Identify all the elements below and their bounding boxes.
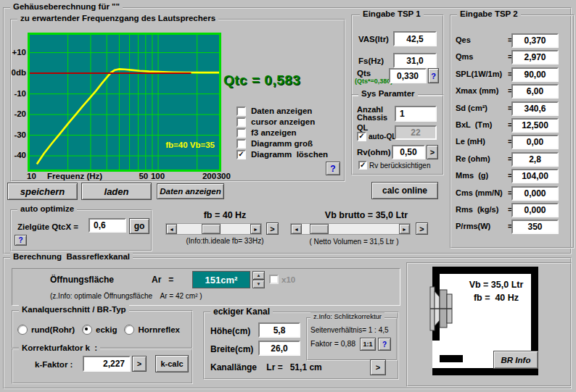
radio-button[interactable] [17,325,28,335]
checkbox[interactable] [236,139,246,149]
auto-ql-checkbox[interactable]: ✓ [357,132,366,141]
kanallaenge-step-button[interactable]: > [370,359,386,375]
chart-option-row[interactable]: Diagramm groß [236,139,328,148]
br-type-option[interactable]: rund(Rohr) [17,325,75,335]
chart-option-row[interactable]: f3 anzeigen [236,128,328,137]
br-type-option[interactable]: Hornreflex [124,325,180,335]
target-qtc-input[interactable]: 0,6 [89,218,126,233]
tsp2-row-label: Xmax (mm) [456,86,498,95]
spinner-up-icon[interactable]: ▲ [252,271,265,280]
tsp2-row: BxL (Tm) = 12,500 [453,118,559,135]
fb-scroll-right-arrow-icon[interactable]: ► [250,224,261,234]
vb-scrollbar[interactable]: ◄ ► [290,223,411,235]
rv-step-button[interactable]: > [427,145,438,159]
save-button[interactable]: speichern [7,183,78,200]
fb-scroll-left-arrow-icon[interactable]: ◄ [166,224,177,234]
tsp2-value-field[interactable]: 350 [511,220,559,234]
korrekturfaktor-title: Korrekturfaktor k : [19,343,100,352]
vb-step-button[interactable]: > [416,222,428,235]
show-data-button[interactable]: Daten anzeigen [157,183,224,199]
tsp2-row: Re (ohm) = 2,8 [453,152,559,169]
tsp2-row-label: Cms (mm/N) [456,188,503,197]
tsp2-value-field[interactable]: 340,6 [511,101,559,116]
hoehe-input[interactable]: 5,8 [258,322,300,338]
anzahl-label-line2: Chassis [357,114,387,122]
k-calc-button[interactable]: k-calc [155,355,189,372]
tsp2-row: SPL(1W/1m) = 90,00 [453,67,559,84]
go-button[interactable]: go [129,218,149,234]
checkbox[interactable] [236,107,246,116]
tsp2-value-field[interactable]: 12,500 [511,118,559,133]
radio-label: Hornreflex [138,325,180,334]
bassreflex-title: Berechnung Bassreflexkanal [10,252,133,261]
fb-scroll-thumb[interactable] [202,224,221,234]
anzahl-chassis-input[interactable]: 1 [395,106,437,122]
tsp2-value-field[interactable]: 0,00 [511,135,559,149]
tsp2-value-field[interactable]: 90,00 [511,67,559,82]
tsp2-row-label: Sd (cm²) [456,104,487,112]
tsp2-value-field[interactable]: 6,00 [511,84,559,99]
tsp2-value-field[interactable]: 0,370 [511,33,559,48]
one-to-one-button[interactable]: 1:1 [360,338,376,351]
radio-button[interactable] [124,325,134,335]
calc-online-button[interactable]: calc online [371,182,438,199]
ql-label: QL [357,123,368,132]
tsp2-value-field[interactable]: 104,00 [511,169,559,183]
kanal-groupbox: eckiger Kanal Höhe(cm) 5,8 Breite(cm) 26… [203,312,399,380]
checkbox[interactable] [236,128,246,138]
chart-help-button[interactable]: ? [326,162,340,175]
vb-scroll-right-arrow-icon[interactable]: ► [399,224,410,234]
auto-optimize-title: auto optimize [17,204,77,213]
br-type-option[interactable]: eckig [82,325,117,335]
fs-input[interactable]: 31,0 [393,53,437,68]
tsp2-row-label: Qms [456,52,473,61]
chart-option-row[interactable]: ✓ Diagramm löschen [236,150,328,159]
sys-param-groupbox: Sys Paramter Anzahl Chassis 1 QL ✓ auto-… [351,94,444,175]
qts-star-info: (Qts*=0,380) [355,78,392,85]
fb-scrollbar[interactable]: ◄ ► [165,223,262,235]
kanal-title: eckiger Kanal [210,306,273,317]
k-faktor-input[interactable]: 2,227 [83,356,131,372]
window-title: Gehäuseberechnung für "" [10,2,123,11]
chart-option-row[interactable]: Daten anzeigen [236,107,328,115]
fb-info-text: (Info:th.ideale fb= 33Hz) [170,237,279,245]
tsp2-value-field[interactable]: 2,970 [511,50,559,64]
tsp2-row-label: Le (mH) [456,137,485,146]
spinner-down-icon[interactable]: ▼ [252,280,265,288]
vb-value-label: Vb brutto = 35,0 Ltr [308,210,424,220]
tsp2-value-field[interactable]: 0,000 [511,203,559,217]
port-area-label: Öffnungsfläche [50,275,114,285]
korrekturfaktor-groupbox: Korrekturfaktor k : k-Faktor : 2,227 > k… [12,349,193,384]
vb-scroll-left-arrow-icon[interactable]: ◄ [291,224,302,234]
auto-optimize-help-button[interactable]: ? [15,235,27,246]
fb-step-button[interactable]: > [266,222,279,235]
tsp2-value-field[interactable]: 2,8 [511,152,559,167]
rv-input[interactable]: 0,50 [392,145,425,159]
radio-button[interactable] [82,325,92,335]
vb-scroll-thumb[interactable] [310,224,329,234]
load-button[interactable]: laden [81,183,152,200]
qts-input[interactable]: 0,330 [389,68,427,83]
port-area-value[interactable]: 151cm² [192,271,250,288]
checkbox[interactable] [236,117,246,127]
br-type-radio-group: rund(Rohr) eckig Hornreflex [17,325,180,335]
port-area-spinner[interactable]: ▲ ▼ [252,271,265,288]
schlitz-groupbox: z.Info: Schlitzkorrektur Seitenverhältni… [306,317,398,361]
tsp2-row-label: Rms (kg/s) [456,205,498,214]
qtc-result-text: Qtc = 0,583 [223,72,350,88]
checkbox[interactable]: ✓ [236,150,246,159]
hoehe-label: Höhe(cm) [210,326,250,336]
tsp2-row-label: Re (ohm) [456,154,490,163]
auto-ql-label: auto-QL [369,133,396,141]
radio-label: rund(Rohr) [31,325,75,334]
schlitz-help-button[interactable]: ? [378,338,391,351]
br-info-button[interactable]: BR Info [493,351,538,369]
enclosure-drawing-groupbox: Vb = 35,0 Ltr fb = 40 Hz BR Info [406,262,572,387]
breite-input[interactable]: 26,0 [258,341,300,356]
k-step-button[interactable]: > [132,356,147,372]
chart-option-row[interactable]: cursor anzeigen [236,117,328,126]
vas-input[interactable]: 42,5 [393,31,437,46]
tsp2-value-field[interactable]: 0,000 [511,186,559,201]
qts-help-button[interactable]: ? [428,68,439,83]
rv-consider-checkbox[interactable]: ✓ [358,161,367,170]
